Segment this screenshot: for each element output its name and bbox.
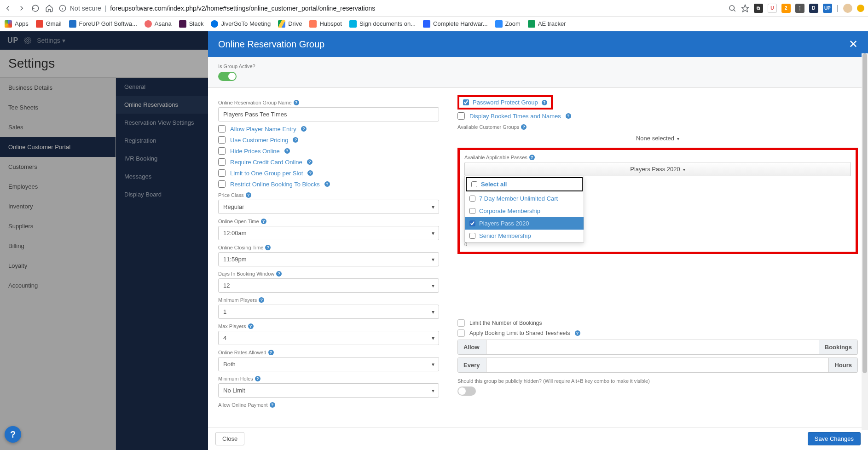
search-icon[interactable] [728,4,736,12]
nav-suppliers[interactable]: Suppliers [0,216,116,236]
help-icon[interactable]: ? [265,245,271,250]
logo[interactable]: UP [7,36,18,45]
cb-require-cc[interactable] [218,158,226,166]
lbl-display-booked[interactable]: Display Booked Times and Names [469,113,561,120]
top-settings-link[interactable]: Settings ▾ [37,37,65,44]
days-booking-select[interactable] [218,278,439,293]
lbl-restrict-blocks[interactable]: Restrict Online Booking To Blocks [230,181,320,188]
help-icon[interactable]: ? [255,376,260,381]
scrollbar[interactable] [862,53,868,430]
star-icon[interactable] [741,4,749,12]
help-icon[interactable]: ? [294,100,299,105]
reload-icon[interactable] [31,4,40,12]
profile-dot[interactable] [857,5,864,12]
forward-icon[interactable] [17,4,26,12]
help-icon[interactable]: ? [324,181,330,187]
is-active-toggle[interactable] [218,72,237,81]
url-bar[interactable]: Not secure | foreupsoftware.com/index.ph… [59,5,723,12]
nav-employees[interactable]: Employees [0,177,116,196]
sub-ivr[interactable]: IVR Booking [116,150,208,167]
ext-icon-2[interactable]: U [768,4,777,13]
lbl-allow-player[interactable]: Allow Player Name Entry [230,126,296,133]
help-icon[interactable]: ? [261,219,266,224]
nav-tee-sheets[interactable]: Tee Sheets [0,98,116,117]
bm-zoom[interactable]: Zoom [495,20,521,28]
hidden-toggle[interactable] [457,387,476,396]
save-button[interactable]: Save Changes [808,432,861,445]
cb-allow-player[interactable] [218,125,226,133]
nav-business-details[interactable]: Business Details [0,78,116,98]
price-class-select[interactable] [218,200,439,214]
open-time-select[interactable] [218,226,439,240]
lbl-password-protect[interactable]: Password Protect Group [473,99,538,106]
nav-accounting[interactable]: Accounting [0,276,116,295]
nav-billing[interactable]: Billing [0,236,116,256]
pass-option-2[interactable]: Players Pass 2020 [465,217,584,230]
online-rates-select[interactable] [218,357,439,371]
help-icon[interactable]: ? [307,170,313,176]
bm-hw[interactable]: Complete Hardwar... [423,20,488,28]
bm-drive[interactable]: Drive [278,20,302,28]
cb-password-protect[interactable] [463,99,469,105]
help-icon[interactable]: ? [259,297,264,303]
cb-customer-pricing[interactable] [218,136,226,144]
cb-restrict-blocks[interactable] [218,180,226,188]
cb-limit-bookings[interactable] [457,319,465,327]
cb-limit-one[interactable] [218,169,226,177]
close-time-select[interactable] [218,252,439,266]
nav-loyalty[interactable]: Loyalty [0,256,116,276]
cb-apply-limit[interactable] [457,329,465,337]
bm-sign[interactable]: Sign documents on... [349,20,416,28]
bm-jive[interactable]: Jive/GoTo Meeting [211,20,271,28]
cb-hide-prices[interactable] [218,147,226,155]
help-icon[interactable]: ? [542,100,547,105]
bm-slack[interactable]: Slack [179,20,204,28]
bm-foreup[interactable]: ForeUP Golf Softwa... [69,20,137,28]
help-icon[interactable]: ? [284,148,290,154]
help-icon[interactable]: ? [248,323,254,329]
nav-customers[interactable]: Customers [0,157,116,177]
nav-sales[interactable]: Sales [0,117,116,137]
close-button[interactable]: Close [215,432,244,445]
bm-ae[interactable]: AE tracker [528,20,566,28]
help-icon[interactable]: ? [529,155,535,160]
help-icon[interactable]: ? [575,330,580,336]
ext-icon-3[interactable]: 2 [781,4,791,13]
help-icon[interactable]: ? [270,402,275,408]
nav-inventory[interactable]: Inventory [0,196,116,216]
help-icon[interactable]: ? [301,126,307,132]
ext-icon-1[interactable]: ⧉ [754,4,763,13]
pass-option-1[interactable]: Corporate Membership [465,205,584,217]
sub-messages[interactable]: Messages [116,167,208,185]
group-name-input[interactable] [218,107,439,121]
back-icon[interactable] [4,4,12,12]
sub-general[interactable]: General [116,78,208,96]
bm-apps[interactable]: Apps [5,20,29,28]
avatar-icon[interactable] [843,4,852,13]
close-icon[interactable]: ✕ [849,38,858,51]
lbl-hide-prices[interactable]: Hide Prices Online [230,148,280,155]
lbl-limit-one[interactable]: Limit to One Group per Slot [230,170,303,177]
sub-registration[interactable]: Registration [116,132,208,150]
max-players-select[interactable] [218,331,439,345]
help-icon[interactable]: ? [307,159,312,165]
sub-display-board[interactable]: Display Board [116,185,208,203]
ext-icon-6[interactable]: UP [823,4,832,13]
help-icon[interactable]: ? [276,271,282,277]
help-icon[interactable]: ? [293,137,298,143]
pass-option-0[interactable]: 7 Day Member Unlimited Cart [465,192,584,205]
sub-res-view[interactable]: Reservation View Settings [116,114,208,132]
avail-groups-dropdown[interactable]: None selected▾ [457,132,858,145]
avail-passes-dropdown[interactable]: Players Pass 2020▾ [464,162,851,176]
lbl-customer-pricing[interactable]: Use Customer Pricing [230,137,288,144]
bm-hubspot[interactable]: Hubspot [309,20,341,28]
cb-display-booked[interactable] [457,112,465,120]
help-icon[interactable]: ? [268,350,274,355]
ext-icon-5[interactable]: D [809,4,818,13]
bm-gmail[interactable]: Gmail [36,20,62,28]
help-icon[interactable]: ? [566,113,571,119]
gear-icon[interactable] [24,37,31,44]
nav-online-portal[interactable]: Online Customer Portal [0,137,116,157]
lbl-require-cc[interactable]: Require Credit Card Online [230,159,302,166]
help-icon[interactable]: ? [246,192,251,198]
